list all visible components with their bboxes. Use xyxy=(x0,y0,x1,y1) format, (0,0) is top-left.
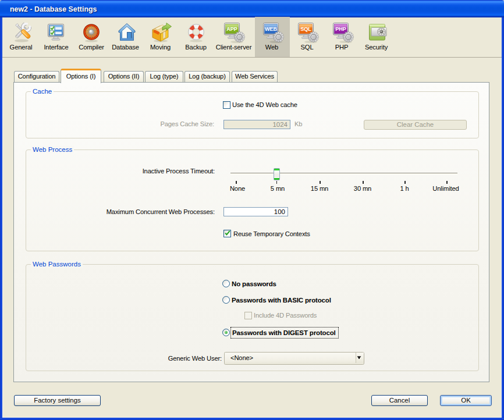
svg-text:APP: APP xyxy=(226,26,237,32)
svg-text:SQL: SQL xyxy=(300,26,311,32)
svg-text:PHP: PHP xyxy=(335,26,346,32)
svg-text:WEB: WEB xyxy=(265,26,277,32)
